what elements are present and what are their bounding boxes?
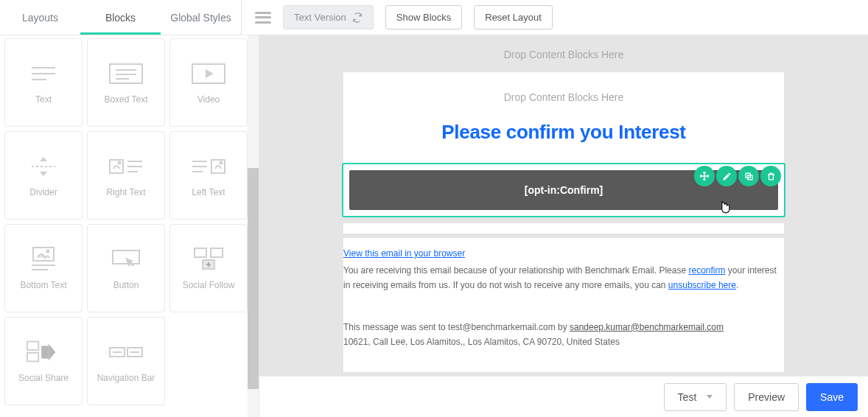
footer-text: You are receiving this email because of … bbox=[343, 265, 688, 276]
unsubscribe-link[interactable]: unsubscribe here bbox=[668, 280, 736, 290]
footer-text: . bbox=[736, 280, 738, 290]
delete-button[interactable] bbox=[760, 166, 781, 186]
footer-line-2: This message was sent to test@benchmarke… bbox=[343, 320, 784, 334]
reconfirm-link[interactable]: reconfirm bbox=[688, 265, 725, 276]
tab-blocks[interactable]: Blocks bbox=[80, 1, 161, 35]
tab-global-styles[interactable]: Global Styles bbox=[161, 1, 241, 35]
block-label: Boxed Text bbox=[104, 94, 147, 105]
block-divider[interactable]: Divider bbox=[4, 131, 83, 220]
email-card-spacer bbox=[343, 223, 784, 234]
sender-link[interactable]: sandeep.kumar@benchmarkemail.com bbox=[570, 322, 724, 332]
footer-address: 10621, Call Lee, Los Alamitos,, Los Alam… bbox=[343, 334, 784, 349]
block-label: Social Share bbox=[18, 373, 69, 383]
save-button[interactable]: Save bbox=[806, 383, 858, 411]
email-footer: View this email in your browser You are … bbox=[343, 234, 784, 372]
svg-marker-11 bbox=[40, 172, 47, 176]
block-grid: Text Boxed Text Video Divider bbox=[0, 35, 248, 417]
block-social-share[interactable]: Social Share bbox=[4, 317, 83, 405]
right-text-icon bbox=[108, 153, 144, 180]
social-share-icon bbox=[26, 339, 61, 365]
chevron-down-icon bbox=[707, 395, 713, 399]
block-video[interactable]: Video bbox=[169, 38, 248, 127]
drop-hint-inner: Drop Content Blocks Here bbox=[343, 72, 784, 108]
block-text[interactable]: Text bbox=[4, 38, 83, 127]
view-in-browser-link[interactable]: View this email in your browser bbox=[343, 248, 465, 259]
svg-rect-33 bbox=[27, 342, 38, 351]
footer-text: This message was sent to test@benchmarke… bbox=[343, 322, 570, 332]
svg-point-13 bbox=[119, 162, 121, 164]
block-social-follow[interactable]: Social Follow bbox=[169, 224, 248, 312]
button-icon bbox=[108, 246, 144, 273]
divider-icon bbox=[26, 153, 61, 180]
topbar: Layouts Blocks Global Styles Text Versio… bbox=[0, 0, 868, 35]
bottombar: Test Preview Save bbox=[259, 376, 868, 417]
navigation-bar-icon bbox=[108, 339, 144, 365]
block-label: Divider bbox=[29, 187, 57, 197]
test-label: Test bbox=[678, 391, 697, 403]
svg-point-21 bbox=[220, 162, 223, 164]
menu-icon[interactable] bbox=[255, 12, 271, 24]
tab-layouts[interactable]: Layouts bbox=[0, 1, 80, 35]
bottom-text-icon bbox=[26, 246, 61, 273]
svg-marker-8 bbox=[206, 69, 214, 78]
reset-layout-button[interactable]: Reset Layout bbox=[474, 5, 553, 29]
refresh-icon bbox=[352, 13, 363, 23]
scrollbar-thumb[interactable] bbox=[248, 168, 259, 389]
block-right-text[interactable]: Right Text bbox=[87, 131, 165, 220]
show-blocks-button[interactable]: Show Blocks bbox=[385, 5, 462, 29]
test-button[interactable]: Test bbox=[664, 383, 727, 411]
footer-line-1: You are receiving this email because of … bbox=[343, 263, 784, 293]
block-label: Left Text bbox=[192, 187, 225, 197]
text-version-button[interactable]: Text Version bbox=[283, 5, 374, 29]
block-button[interactable]: Button bbox=[87, 224, 165, 312]
main: Text Boxed Text Video Divider bbox=[0, 35, 868, 417]
block-boxed-text[interactable]: Boxed Text bbox=[87, 38, 165, 127]
sidebar-scrollbar[interactable] bbox=[248, 35, 259, 417]
move-button[interactable] bbox=[694, 166, 715, 186]
block-bottom-text[interactable]: Bottom Text bbox=[4, 224, 83, 312]
svg-marker-36 bbox=[49, 343, 56, 360]
svg-rect-34 bbox=[27, 353, 38, 362]
svg-rect-22 bbox=[33, 248, 54, 261]
svg-rect-29 bbox=[211, 248, 223, 257]
drop-hint-outer: Drop Content Blocks Here bbox=[259, 35, 868, 72]
block-label: Social Follow bbox=[183, 280, 235, 290]
email-card: Drop Content Blocks Here Please confirm … bbox=[343, 72, 784, 163]
copy-icon bbox=[744, 172, 754, 181]
svg-point-23 bbox=[47, 250, 49, 253]
svg-rect-28 bbox=[195, 248, 206, 257]
block-label: Bottom Text bbox=[20, 280, 66, 290]
block-label: Button bbox=[113, 280, 139, 290]
selected-button-block[interactable]: [opt-in:Confirm] bbox=[342, 163, 785, 217]
video-icon bbox=[191, 60, 226, 87]
block-actions bbox=[694, 166, 781, 186]
block-left-text[interactable]: Left Text bbox=[169, 131, 248, 220]
opt-in-button[interactable]: [opt-in:Confirm] bbox=[349, 170, 778, 210]
block-navigation-bar[interactable]: Navigation Bar bbox=[87, 317, 165, 405]
edit-button[interactable] bbox=[716, 166, 737, 186]
svg-marker-9 bbox=[40, 157, 47, 161]
svg-rect-26 bbox=[113, 250, 139, 264]
preview-button[interactable]: Preview bbox=[734, 383, 799, 411]
social-follow-icon bbox=[191, 246, 226, 273]
block-label: Right Text bbox=[106, 187, 145, 197]
email-headline[interactable]: Please confirm you Interest bbox=[343, 108, 784, 163]
text-version-label: Text Version bbox=[294, 12, 346, 23]
toolbar: Text Version Show Blocks Reset Layout bbox=[242, 5, 553, 29]
pencil-icon bbox=[722, 172, 732, 181]
block-label: Navigation Bar bbox=[97, 373, 155, 383]
tabs: Layouts Blocks Global Styles bbox=[0, 1, 241, 35]
left-text-icon bbox=[191, 153, 226, 180]
copy-button[interactable] bbox=[738, 166, 759, 186]
block-label: Text bbox=[35, 94, 52, 105]
block-label: Video bbox=[197, 94, 220, 105]
opt-in-button-label: [opt-in:Confirm] bbox=[525, 184, 603, 196]
cursor-icon bbox=[718, 200, 732, 217]
trash-icon bbox=[766, 172, 776, 181]
text-icon bbox=[26, 60, 61, 87]
canvas: Drop Content Blocks Here Drop Content Bl… bbox=[259, 35, 868, 417]
sidebar: Text Boxed Text Video Divider bbox=[0, 35, 259, 417]
move-icon bbox=[699, 171, 710, 181]
boxed-text-icon bbox=[108, 60, 144, 87]
svg-rect-35 bbox=[41, 346, 49, 358]
